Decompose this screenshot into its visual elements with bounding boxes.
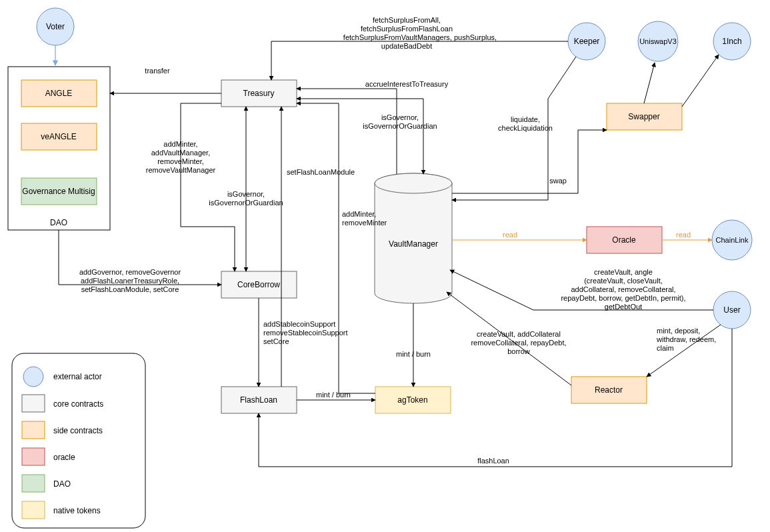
edge-addminter2-label2: removeMinter <box>342 219 387 227</box>
edge-flashloan-label: flashLoan <box>477 457 509 465</box>
edge-addminter1-label4: removeVaultManager <box>146 166 216 174</box>
actor-user-label: User <box>723 305 740 315</box>
edge-mintdep-label1: mint, deposit, <box>657 327 700 335</box>
actor-chainlink-label: ChainLink <box>716 236 749 244</box>
actor-voter: Voter <box>37 8 74 45</box>
edge-swapper-uniswap <box>644 63 655 103</box>
svg-rect-20 <box>22 448 45 465</box>
edge-addgov-label2: addFlashLoanerTreasuryRole, <box>81 277 179 285</box>
edge-createvault1-label1: createVault, angle <box>594 268 653 276</box>
edge-read2-label: read <box>676 231 691 239</box>
edge-addstable-label1: addStablecoinSupport <box>263 320 335 328</box>
box-flashloan: FlashLoan <box>221 387 297 413</box>
actor-oneinch-label: 1Inch <box>722 37 741 46</box>
edge-govguard <box>297 99 423 174</box>
legend-external-label: external actor <box>53 372 102 381</box>
box-reactor: Reactor <box>571 377 647 403</box>
box-vaultmanager: VaultManager <box>375 173 452 303</box>
box-flashloan-label: FlashLoan <box>240 395 277 405</box>
box-coreborrow: CoreBorrow <box>221 271 297 298</box>
box-swapper-label: Swapper <box>628 112 659 121</box>
svg-rect-19 <box>22 421 45 439</box>
edge-surplus-label2: fetchSurplusFromFlashLoan <box>361 25 453 33</box>
edge-addminter1 <box>181 103 235 271</box>
edge-createvault2-label2: removeCollateral, repayDebt, <box>471 339 566 347</box>
legend-dao-label: DAO <box>53 479 71 489</box>
actor-keeper: Keeper <box>568 23 605 60</box>
box-vaultmanager-label: VaultManager <box>389 239 438 249</box>
edge-createvault2-label1: createVault, addCollateral <box>477 330 561 338</box>
edge-addminter2-label1: addMinter, <box>342 210 376 218</box>
edge-govguard2-label2: isGovernorOrGuardian <box>209 199 283 207</box>
edge-addgov-label1: addGovernor, removeGovernor <box>79 268 181 276</box>
svg-rect-22 <box>22 501 45 519</box>
edge-createvault1-label4: repayDebt, borrow, getDebtIn, permit), <box>561 294 685 302</box>
box-oracle-label: Oracle <box>612 235 636 245</box>
edge-swapper-oneinch <box>682 55 719 107</box>
edge-swap-label: swap <box>549 177 567 185</box>
edge-addminter1-label2: addVaultManager, <box>151 149 210 157</box>
svg-rect-18 <box>22 395 45 412</box>
actor-uniswap: UniswapV3 <box>638 21 678 61</box>
edge-govguard2-label1: isGovernor, <box>227 190 265 198</box>
box-multisig-label: Governance Multisig <box>22 187 95 196</box>
box-angle-label: ANGLE <box>45 89 73 98</box>
box-swapper: Swapper <box>607 103 682 130</box>
actor-voter-label: Voter <box>46 22 65 31</box>
edge-govguard-label1: isGovernor, <box>381 113 419 121</box>
edge-addstable-label2: removeStablecoinSupport <box>263 329 348 337</box>
box-oracle: Oracle <box>587 227 662 253</box>
edge-createvault1-label3: addCollateral, removeCollateral, <box>571 285 675 293</box>
edge-createvault1-label5: getDebtOut <box>605 303 642 311</box>
legend-side-label: side contracts <box>53 426 103 435</box>
edge-mintdep-label2: withdraw, redeem, <box>656 335 716 343</box>
edge-mintburn2-label: mint / burn <box>316 391 351 399</box>
edge-transfer-label: transfer <box>145 67 170 75</box>
box-coreborrow-label: CoreBorrow <box>237 280 280 289</box>
legend-oracle-label: oracle <box>53 453 75 462</box>
edge-mintburn1-label: mint / burn <box>396 350 431 358</box>
edge-liquidate-label1: liquidate, <box>511 115 540 123</box>
actor-user: User <box>713 291 751 329</box>
edge-govguard-label2: isGovernorOrGuardian <box>363 122 437 130</box>
edge-addminter2 <box>297 103 375 393</box>
box-reactor-label: Reactor <box>595 385 623 395</box>
edge-createvault1-label2: (createVault, closeVault, <box>584 277 663 285</box>
legend: external actor core contracts side contr… <box>12 353 145 528</box>
legend-native-label: native tokens <box>53 506 101 515</box>
edge-liquidate-label2: checkLiquidation <box>498 124 553 132</box>
box-agtoken-label: agToken <box>397 395 427 405</box>
legend-core-label: core contracts <box>53 399 103 409</box>
edge-surplus-label1: fetchSurplusFromAll, <box>373 16 441 24</box>
edge-surplus-label3: fetchSurplusFromVaultManagers, pushSurpl… <box>343 33 497 41</box>
svg-rect-21 <box>22 475 45 492</box>
actor-chainlink: ChainLink <box>712 220 752 260</box>
edge-addstable-label3: setCore <box>263 337 289 345</box>
edge-mintdep-label3: claim <box>657 344 674 352</box>
actor-uniswap-label: UniswapV3 <box>639 37 677 45</box>
edge-read1-label: read <box>503 231 517 239</box>
edge-addminter1-label1: addMinter, <box>163 140 197 148</box>
edge-setflash-label: setFlashLoanModule <box>287 168 355 176</box>
edge-surplus-label4: updateBadDebt <box>381 42 432 50</box>
box-agtoken: agToken <box>375 387 451 413</box>
edge-swap <box>452 130 607 193</box>
box-treasury-label: Treasury <box>243 89 275 98</box>
edge-addgov-label3: setFlashLoanModule, setCore <box>81 285 179 293</box>
box-veangle-label: veANGLE <box>41 132 76 141</box>
svg-point-6 <box>375 173 452 193</box>
actor-keeper-label: Keeper <box>574 37 600 46</box>
dao-label: DAO <box>50 218 67 227</box>
edge-accrue <box>297 89 397 174</box>
svg-point-17 <box>23 367 43 387</box>
box-treasury: Treasury <box>221 80 297 107</box>
edge-accrue-label: accrueInterestToTreasury <box>365 80 449 88</box>
edge-createvault2-label3: borrow <box>507 347 530 355</box>
dao-container: DAO ANGLE veANGLE Governance Multisig <box>8 67 110 230</box>
actor-oneinch: 1Inch <box>713 23 751 60</box>
edge-addminter1-label3: removeMinter, <box>157 157 204 165</box>
